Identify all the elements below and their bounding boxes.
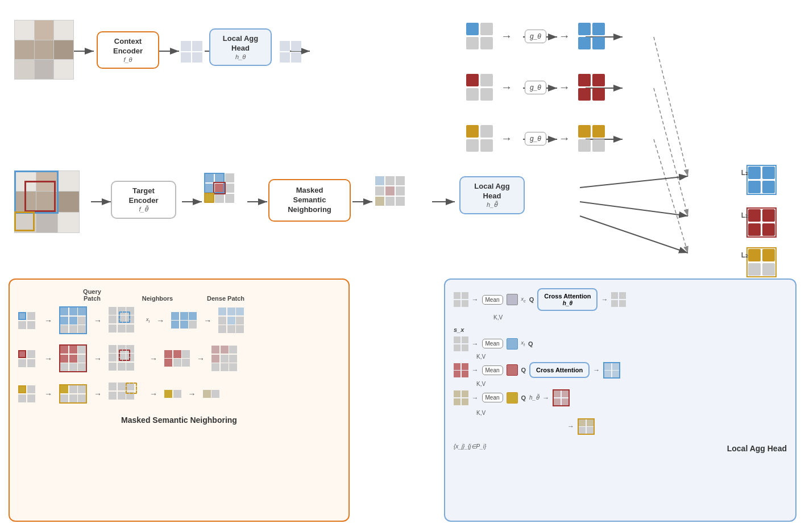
feat-cell xyxy=(385,176,395,185)
cell xyxy=(109,383,117,390)
cell xyxy=(180,312,188,320)
input-image-top xyxy=(14,20,74,80)
cell xyxy=(462,292,468,299)
l2-label-1: L₂ xyxy=(741,169,748,177)
cell xyxy=(227,325,235,333)
feat-cell xyxy=(291,52,301,63)
cell xyxy=(454,336,460,343)
grid-cell xyxy=(592,88,605,101)
svg-line-23 xyxy=(580,216,688,253)
cell xyxy=(462,300,468,307)
arrow: → xyxy=(472,340,479,348)
cell xyxy=(619,300,626,307)
sx-label: s_x xyxy=(454,326,787,333)
neighbors-blue xyxy=(109,307,143,334)
col-label-query: Query Patch xyxy=(75,288,109,302)
grid-cell xyxy=(466,139,479,152)
result-red-grid xyxy=(746,207,777,238)
dashed-neighbor xyxy=(119,311,130,323)
img-cell xyxy=(35,60,54,79)
grid-cell xyxy=(578,139,591,152)
l2-yellow-result xyxy=(746,247,777,277)
cell xyxy=(462,371,468,377)
cell xyxy=(611,300,618,307)
cell xyxy=(109,392,117,400)
grid-cell xyxy=(480,37,493,49)
init-grid-blue xyxy=(18,312,35,329)
cell xyxy=(229,355,237,363)
cell xyxy=(462,398,468,405)
grid-cell xyxy=(592,23,605,35)
cell xyxy=(562,390,569,397)
ca-yellow-output: → xyxy=(454,418,787,435)
cell xyxy=(612,363,619,370)
img-cell xyxy=(36,171,57,191)
cell xyxy=(60,363,68,371)
dashed-neighbor-yellow xyxy=(126,383,137,394)
arrow: → xyxy=(188,389,196,398)
grid-cell xyxy=(466,74,479,86)
cell xyxy=(60,346,68,354)
img-cell xyxy=(54,20,73,40)
cell xyxy=(587,427,594,434)
context-encoder-box: Context Encoder f_θ xyxy=(97,31,159,69)
cell xyxy=(189,321,197,329)
grid-cell xyxy=(480,74,493,86)
cell xyxy=(60,307,68,315)
red-output-grid xyxy=(578,74,605,101)
cell xyxy=(180,321,188,329)
grid-cell xyxy=(466,23,479,35)
cell xyxy=(454,371,460,377)
target-encoder-label: Target Encoder xyxy=(120,186,167,206)
cell xyxy=(27,350,35,358)
cell xyxy=(173,359,181,367)
img-cell xyxy=(15,20,34,40)
grid-cell xyxy=(466,88,479,101)
cell xyxy=(227,307,235,315)
cell xyxy=(189,312,197,320)
feat-cell xyxy=(225,194,234,203)
svg-line-14 xyxy=(654,139,688,253)
q-label-2: Q xyxy=(528,340,533,347)
grid-cell xyxy=(762,263,775,276)
img-cell xyxy=(58,192,79,211)
grid-cell xyxy=(592,74,605,86)
arrow-icon: → xyxy=(559,30,570,43)
cell xyxy=(60,317,68,325)
img-cell xyxy=(36,213,57,232)
cell xyxy=(69,317,77,325)
cell xyxy=(218,317,226,325)
xi-label: xi xyxy=(146,317,150,324)
cell xyxy=(60,394,68,402)
neighbors-math-label: {x_j}_{j∈P_i} xyxy=(454,443,486,450)
arrow: → xyxy=(44,316,52,325)
bl-row-yellow: → → → xyxy=(18,383,340,405)
br-footer: {x_j}_{j∈P_i} Local Agg Head xyxy=(454,439,787,453)
cell xyxy=(109,307,117,315)
top-right-blue-row: → g_θ → xyxy=(466,23,605,49)
grid-cell xyxy=(762,223,775,236)
svg-line-13 xyxy=(654,88,688,216)
dashed-neighbor-red xyxy=(119,350,130,361)
cell xyxy=(27,312,35,320)
img-cell xyxy=(15,40,34,60)
cell xyxy=(109,354,117,361)
kv-label-1: K,V xyxy=(493,314,503,321)
arrow: → xyxy=(472,366,479,374)
arrow: → xyxy=(601,296,608,304)
cell xyxy=(109,345,117,353)
arrow: → xyxy=(94,389,102,398)
cell xyxy=(454,390,460,397)
output-red-bordered xyxy=(553,389,570,406)
ca-context-row: → Mean xc Q Cross Attention h_θ → xyxy=(454,288,787,311)
cell xyxy=(611,292,618,299)
cell xyxy=(69,346,77,354)
kv-label-4: K,V xyxy=(476,410,486,416)
cell xyxy=(211,355,219,363)
cell xyxy=(462,336,468,343)
local-agg-head-top-label: Local Agg Head xyxy=(218,34,263,53)
cell xyxy=(604,371,611,377)
mean-box-4: Mean xyxy=(482,393,503,402)
arrow: → xyxy=(454,422,574,430)
img-cell xyxy=(54,60,73,79)
